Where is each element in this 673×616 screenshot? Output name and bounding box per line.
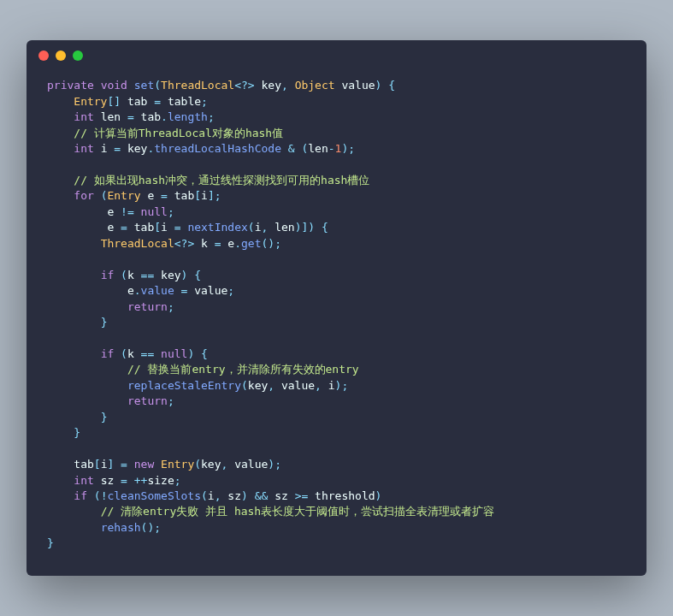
token-op: =: [114, 142, 121, 155]
code-line: Entry[] tab = table;: [47, 94, 626, 110]
token-pun: ): [268, 237, 275, 250]
token-pl: [87, 489, 94, 502]
token-pl: [47, 458, 74, 471]
token-pun: (: [241, 379, 248, 392]
code-line: ThreadLocal<?> k = e.get();: [47, 236, 626, 252]
token-pl: [168, 221, 174, 234]
token-id: tab: [74, 458, 93, 471]
token-pl: [47, 316, 101, 329]
token-pun: <: [234, 79, 241, 92]
close-icon[interactable]: [38, 50, 49, 61]
token-pun: ;: [341, 379, 348, 392]
token-pl: [161, 95, 168, 108]
code-line: if (k == key) {: [47, 268, 626, 283]
token-fn: rehash: [101, 521, 141, 534]
token-pl: [154, 347, 161, 360]
token-pl: [174, 284, 181, 297]
token-fn: cleanSomeSlots: [107, 489, 201, 502]
token-pl: [268, 221, 275, 234]
token-pl: [47, 174, 74, 187]
token-pl: [47, 95, 74, 108]
token-kw: null: [161, 347, 187, 360]
token-id: tab: [141, 110, 161, 123]
token-id: value: [194, 284, 227, 297]
token-pl: [47, 379, 127, 392]
token-pl: [94, 189, 101, 202]
code-line: e = tab[i = nextIndex(i, len)]) {: [47, 220, 626, 235]
token-op: =: [121, 458, 127, 471]
code-line: // 清除entry失败 并且 hash表长度大于阈值时，尝试扫描全表清理或者扩…: [47, 504, 626, 519]
token-id: k: [127, 347, 134, 360]
token-pl: [127, 79, 134, 92]
token-pl: [114, 221, 121, 234]
token-pl: [47, 110, 74, 123]
token-kw: void: [101, 79, 127, 92]
token-pun: (: [94, 489, 101, 502]
token-id: k: [127, 269, 134, 281]
token-id: sz: [227, 489, 241, 502]
token-pl: [227, 458, 234, 471]
token-pl: [47, 142, 74, 155]
token-pun: .: [134, 284, 141, 297]
token-pl: [47, 127, 74, 139]
token-fn: nextIndex: [187, 221, 247, 234]
token-id: e: [227, 237, 234, 250]
token-id: value: [281, 379, 315, 392]
token-kw: int: [74, 110, 93, 123]
token-kw: if: [101, 269, 115, 281]
token-pl: [94, 79, 101, 92]
token-id: value: [341, 79, 375, 92]
token-pl: [127, 221, 134, 234]
code-line: // 计算当前ThreadLocal对象的hash值: [47, 126, 626, 141]
token-pun: ;: [201, 95, 208, 108]
token-pl: [154, 269, 161, 281]
token-kw: return: [127, 300, 168, 313]
token-id: len: [308, 142, 328, 155]
token-id: sz: [275, 489, 288, 502]
token-pl: [308, 489, 315, 502]
token-kw: return: [127, 394, 168, 407]
token-id: tab: [134, 221, 154, 234]
code-line: replaceStaleEntry(key, value, i);: [47, 378, 626, 394]
token-pun: }: [101, 316, 108, 329]
token-type: Entry: [161, 458, 194, 471]
window-titlebar: [27, 40, 646, 71]
token-kw: null: [141, 205, 168, 218]
token-op: ?: [241, 79, 248, 92]
token-kw: for: [74, 189, 93, 202]
token-id: k: [201, 237, 208, 250]
token-pl: [275, 379, 281, 392]
token-kw: new: [134, 458, 154, 471]
token-id: i: [201, 189, 208, 202]
token-id: i: [161, 221, 168, 234]
token-pun: {: [194, 269, 201, 281]
token-pun: ,: [215, 489, 221, 502]
token-pun: (: [248, 221, 255, 234]
token-pl: [154, 189, 161, 202]
code-line: int i = key.threadLocalHashCode & (len-1…: [47, 141, 626, 157]
minimize-icon[interactable]: [56, 50, 66, 61]
token-pl: [47, 347, 101, 360]
token-pl: [114, 474, 121, 487]
code-line: // 替换当前entry，并清除所有失效的entry: [47, 362, 626, 377]
token-prop: length: [168, 110, 208, 123]
token-op: ==: [141, 269, 155, 281]
token-pun: [: [94, 458, 101, 471]
token-pun: ]: [208, 189, 215, 202]
token-id: key: [161, 269, 180, 281]
maximize-icon[interactable]: [73, 50, 83, 61]
token-pl: [268, 489, 275, 502]
token-op: =: [127, 110, 134, 123]
token-op: =: [161, 189, 168, 202]
token-pun: ): [375, 489, 382, 502]
token-pun: ;: [348, 142, 355, 155]
code-line: if (!cleanSomeSlots(i, sz) && sz >= thre…: [47, 489, 626, 504]
token-pun: ): [241, 489, 248, 502]
token-pl: [168, 189, 174, 202]
code-line: }: [47, 536, 626, 551]
token-op: &&: [255, 489, 269, 502]
token-pl: [114, 269, 121, 281]
token-pl: [134, 110, 141, 123]
token-cmt: // 清除entry失败 并且 hash表长度大于阈值时，尝试扫描全表清理或者扩…: [101, 505, 495, 518]
code-line: if (k == null) {: [47, 346, 626, 362]
